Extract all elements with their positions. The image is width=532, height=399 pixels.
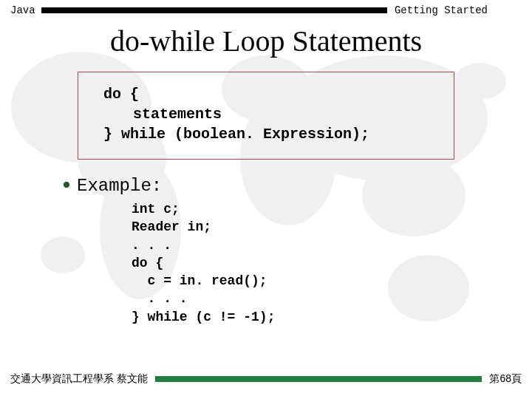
footer-left-label: 交通大學資訊工程學系 蔡文能 <box>0 372 155 386</box>
syntax-line-2: statements <box>103 104 439 124</box>
svg-rect-10 <box>64 182 69 188</box>
header-right-label: Getting Started <box>387 4 532 16</box>
example-code-block: int c; Reader in; . . . do { c = in. rea… <box>132 200 532 326</box>
example-heading: Example: <box>64 176 532 196</box>
footer-bar: 交通大學資訊工程學系 蔡文能 第68頁 <box>0 372 532 386</box>
example-label: Example: <box>77 176 162 196</box>
syntax-box: do { statements } while (boolean. Expres… <box>78 72 454 160</box>
bullet-icon <box>64 182 69 188</box>
footer-page-number: 第68頁 <box>482 372 532 386</box>
syntax-line-3: } while (boolean. Expression); <box>103 124 439 144</box>
syntax-line-1: do { <box>103 84 439 104</box>
header-rule <box>41 7 387 13</box>
slide-title: do-while Loop Statements <box>0 24 532 58</box>
footer-rule <box>155 376 482 382</box>
header-left-label: Java <box>0 4 41 16</box>
header-bar: Java Getting Started <box>0 0 532 18</box>
